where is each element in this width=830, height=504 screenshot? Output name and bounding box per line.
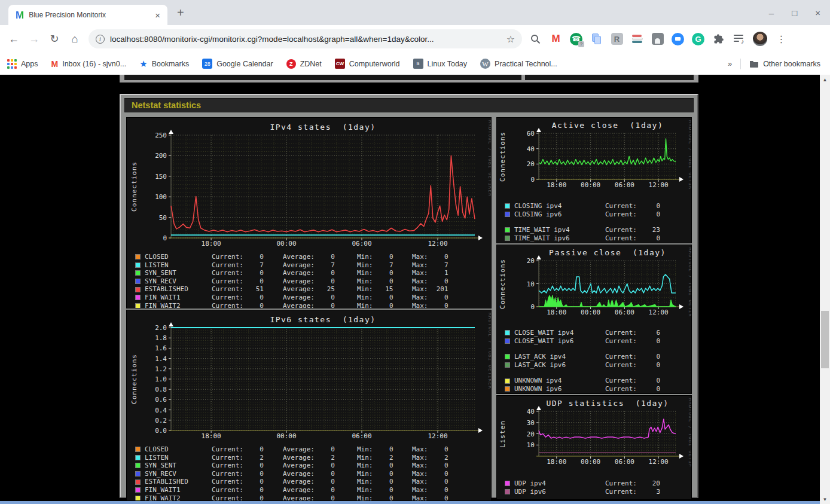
bookmark-linux-today[interactable]: lt Linux Today: [413, 59, 468, 69]
legend-name: ESTABLISHED: [145, 478, 212, 486]
back-button[interactable]: ←: [5, 30, 23, 48]
legend-row: ESTABLISHEDCurrent:0Average:0Min:0Max:0: [135, 478, 491, 486]
current-value: 3: [645, 488, 660, 496]
stat-label: Min:: [357, 302, 373, 308]
url-text[interactable]: localhost:8080/monitorix-cgi/monitorix.c…: [110, 35, 501, 44]
site-info-icon[interactable]: i: [96, 35, 105, 44]
search-icon[interactable]: [529, 33, 542, 45]
stat-value: 0: [373, 494, 393, 501]
tab-close-icon[interactable]: ×: [152, 10, 163, 20]
current-value: 0: [645, 377, 660, 385]
stat-label: Max:: [412, 470, 428, 478]
grammarly-extension-icon[interactable]: G: [692, 33, 704, 45]
svg-text:12:00: 12:00: [428, 240, 447, 248]
voice-extension-icon[interactable]: ☎ ?: [570, 33, 582, 45]
bookmark-zdnet[interactable]: Z ZDNet: [286, 59, 322, 69]
gmail-extension-icon[interactable]: M: [550, 33, 562, 45]
current-value: 0: [645, 385, 660, 393]
active-close-graph[interactable]: 020406018:0000:0006:0012:00Active close …: [497, 118, 691, 192]
legend-row: FIN_WAIT1Current:0Average:0Min:0Max:0: [135, 486, 491, 494]
stat-value: 2: [315, 454, 335, 462]
r-extension-icon[interactable]: R: [611, 33, 623, 45]
legend-swatch: [505, 236, 510, 241]
scroll-thumb[interactable]: [821, 311, 829, 368]
stat-label: Average:: [283, 285, 315, 294]
legend-stat: Min:0: [357, 277, 412, 286]
legend-swatch: [505, 330, 510, 335]
svg-text:06:00: 06:00: [352, 432, 371, 440]
window-close-button[interactable]: ×: [815, 8, 820, 18]
passive-close-graph[interactable]: 0102018:0000:0006:0012:00Passive close (…: [497, 245, 691, 319]
browser-tab[interactable]: M Blue Precision Monitorix ×: [8, 5, 167, 25]
reader-extension-icon[interactable]: [651, 33, 664, 45]
legend-swatch: [505, 212, 510, 217]
legend-stat: Max:0: [412, 445, 472, 454]
url-bar[interactable]: i localhost:8080/monitorix-cgi/monitorix…: [89, 29, 522, 48]
udp-statistics-graph[interactable]: 1020304018:0000:0006:0012:00UDP statisti…: [497, 396, 691, 469]
udp-statistics-legend: UDP ipv4Current:20UDP ipv6Current:3: [497, 469, 691, 496]
legend-row: UDP ipv6Current:3: [505, 488, 691, 496]
bookmark-google-calendar[interactable]: 28 Google Calendar: [202, 59, 273, 69]
stat-label: Min:: [357, 253, 373, 261]
ipv4-states-graph[interactable]: 05010015020025018:0000:0006:0012:00IPv4 …: [127, 118, 491, 251]
bookmark-star-icon[interactable]: ☆: [506, 33, 515, 45]
legend-stat: Current:2: [212, 454, 283, 462]
copy-pages-extension-icon[interactable]: [590, 33, 603, 45]
stat-label: Average:: [283, 269, 315, 277]
zoom-video-extension-icon[interactable]: [672, 33, 684, 45]
reload-button[interactable]: ↻: [45, 30, 63, 48]
svg-text:06:00: 06:00: [615, 308, 634, 316]
linux-today-icon: lt: [413, 59, 423, 69]
svg-text:18:00: 18:00: [202, 240, 221, 248]
stat-value: 0: [243, 269, 264, 277]
legend-row: CLOSEDCurrent:0Average:0Min:0Max:0: [135, 253, 491, 261]
stat-label: Max:: [412, 494, 428, 501]
bookmark-bookmarks[interactable]: ★ Bookmarks: [139, 59, 189, 69]
computerworld-icon: CW: [335, 59, 345, 69]
new-tab-button[interactable]: +: [177, 6, 184, 20]
stat-value: 0: [243, 478, 264, 486]
legend-stat: Max:2: [412, 454, 472, 462]
current-label: Current:: [605, 353, 645, 361]
books-extension-icon[interactable]: [631, 33, 643, 45]
stat-value: 0: [428, 302, 448, 308]
current-value: 0: [645, 337, 660, 346]
legend-stat: Max:1: [412, 269, 472, 277]
page-scrollbar[interactable]: ▲ ▼: [820, 75, 830, 504]
ipv6-states-graph[interactable]: 0.00.20.40.60.81.01.21.41.61.82.018:0000…: [127, 310, 491, 443]
stat-value: 0: [373, 478, 393, 486]
legend-stat: Max:0: [412, 478, 472, 486]
home-button[interactable]: ⌂: [66, 30, 84, 48]
current-label: Current:: [605, 337, 645, 346]
legend-stat: Current:0: [212, 302, 283, 308]
bookmark-apps[interactable]: Apps: [7, 59, 38, 69]
legend-name: UDP ipv6: [514, 488, 605, 496]
stat-value: 2: [428, 454, 448, 462]
gmail-icon: M: [51, 59, 59, 69]
other-bookmarks[interactable]: Other bookmarks: [749, 60, 820, 68]
extensions-puzzle-icon[interactable]: [712, 33, 725, 45]
window-maximize-button[interactable]: □: [792, 8, 797, 18]
bookmark-inbox[interactable]: M Inbox (16) - sjvn0...: [51, 59, 127, 69]
stat-value: 51: [243, 285, 264, 294]
bookmarks-overflow-icon[interactable]: »: [728, 59, 732, 68]
legend-stat: Average:25: [283, 285, 357, 294]
bookmark-practical-technology[interactable]: W Practical Technol...: [480, 59, 557, 69]
legend-name: ESTABLISHED: [145, 285, 212, 294]
profile-avatar[interactable]: [753, 32, 767, 46]
svg-text:12:00: 12:00: [428, 432, 447, 440]
scroll-down-arrow[interactable]: ▼: [820, 494, 830, 504]
stat-value: 7: [373, 261, 393, 270]
legend-row: ESTABLISHEDCurrent:51Average:25Min:15Max…: [135, 285, 491, 294]
playlist-extension-icon[interactable]: ♪: [733, 33, 745, 45]
legend-swatch: [505, 481, 510, 486]
scroll-up-arrow[interactable]: ▲: [820, 75, 830, 84]
stat-label: Average:: [283, 462, 315, 470]
bookmark-computerworld[interactable]: CW Computerworld: [335, 59, 400, 69]
stat-label: Max:: [412, 277, 428, 286]
voice-badge: ?: [578, 41, 584, 47]
svg-text:06:00: 06:00: [615, 458, 634, 466]
browser-menu-icon[interactable]: ⋮: [775, 33, 788, 45]
window-minimize-button[interactable]: –: [769, 8, 774, 18]
legend-stat: Min:0: [357, 462, 412, 470]
